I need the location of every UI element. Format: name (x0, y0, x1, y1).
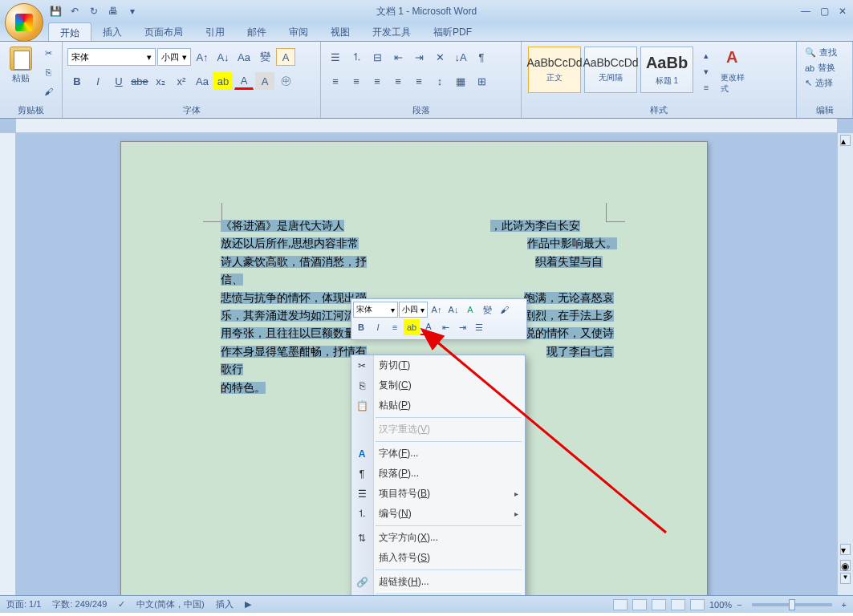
mini-highlight-button[interactable]: ab (404, 319, 420, 335)
line-spacing-button[interactable]: ↕ (430, 72, 449, 90)
zoom-in-icon[interactable]: + (842, 600, 847, 610)
tab-mailings[interactable]: 邮件 (236, 22, 278, 41)
horizontal-ruler[interactable] (16, 119, 837, 133)
mini-align-button[interactable]: ≡ (387, 319, 403, 335)
mini-shrink-font-icon[interactable]: A↓ (445, 302, 461, 318)
prev-page-icon[interactable]: ◉ (840, 560, 851, 571)
tab-developer[interactable]: 开发工具 (361, 22, 422, 41)
superscript-button[interactable]: x² (172, 72, 191, 90)
mini-bullets-button[interactable]: ☰ (471, 319, 487, 335)
select-button[interactable]: ↖选择 (802, 75, 847, 91)
styles-expand-icon[interactable]: ≡ (698, 79, 714, 95)
zoom-out-icon[interactable]: − (737, 600, 741, 610)
status-proofing[interactable]: ✓ (118, 599, 125, 610)
increase-indent-button[interactable]: ⇥ (409, 48, 429, 66)
close-button[interactable]: ✕ (839, 6, 847, 17)
web-layout-view-icon[interactable] (652, 599, 666, 610)
ctx-numbering[interactable]: ⒈ 编号(N) ▸ (351, 504, 525, 524)
find-button[interactable]: 🔍查找 (802, 45, 847, 60)
mini-font-color-button[interactable]: A (420, 319, 437, 335)
multilevel-button[interactable]: ⊟ (368, 48, 387, 66)
ctx-paragraph[interactable]: ¶ 段落(P)... (351, 464, 525, 484)
enclosed-char-button[interactable]: ㊥ (276, 72, 295, 90)
bold-button[interactable]: B (67, 72, 87, 90)
mini-font-family[interactable]: 宋体▾ (353, 302, 398, 318)
justify-button[interactable]: ≡ (388, 72, 408, 90)
print-icon[interactable]: 🖶 (106, 4, 120, 18)
ctx-paste[interactable]: 📋 粘贴(P) (351, 395, 525, 415)
ctx-hyperlink[interactable]: 🔗 超链接(H)... (351, 572, 525, 592)
status-language[interactable]: 中文(简体，中国) (136, 598, 204, 610)
save-icon[interactable]: 💾 (48, 4, 63, 18)
styles-scroll-down-icon[interactable]: ▾ (698, 63, 714, 79)
copy-icon[interactable]: ⎘ (40, 64, 56, 80)
undo-icon[interactable]: ↶ (67, 4, 82, 18)
asian-layout-button[interactable]: ✕ (430, 48, 449, 66)
draft-view-icon[interactable] (690, 599, 705, 610)
char-shading-button[interactable]: A (255, 72, 274, 90)
tab-foxit-pdf[interactable]: 福昕PDF (422, 22, 483, 41)
ctx-symbol[interactable]: 插入符号(S) (351, 548, 525, 568)
mini-phonetic-icon[interactable]: 變 (479, 302, 495, 318)
replace-button[interactable]: ab替换 (802, 60, 847, 75)
mini-italic-button[interactable]: I (370, 319, 386, 335)
format-painter-icon[interactable]: 🖌 (40, 83, 56, 99)
change-case-button[interactable]: Aa (193, 72, 212, 90)
align-center-button[interactable]: ≡ (347, 72, 366, 90)
zoom-level[interactable]: 100% (709, 600, 732, 610)
highlight-button[interactable]: ab (213, 72, 233, 90)
mini-format-painter-icon[interactable]: 🖌 (496, 302, 512, 318)
tab-insert[interactable]: 插入 (91, 22, 133, 41)
status-words[interactable]: 字数: 249/249 (52, 598, 107, 610)
ctx-font[interactable]: A 字体(F)... (351, 444, 525, 464)
ctx-cut[interactable]: ✂ 剪切(T) (351, 355, 525, 375)
style-heading1[interactable]: AaBb 标题 1 (640, 47, 693, 93)
print-layout-view-icon[interactable] (613, 599, 628, 610)
ctx-copy[interactable]: ⎘ 复制(C) (351, 375, 525, 395)
zoom-thumb[interactable] (789, 599, 795, 610)
phonetic-icon[interactable]: 變 (255, 48, 274, 66)
full-screen-view-icon[interactable] (632, 599, 647, 610)
clear-format-icon[interactable]: Aa (234, 48, 254, 66)
mini-indent-inc-button[interactable]: ⇥ (454, 319, 470, 335)
scroll-down-icon[interactable]: ▾ (840, 544, 851, 555)
style-nospacing[interactable]: AaBbCcDd 无间隔 (584, 47, 637, 93)
bullets-button[interactable]: ☰ (326, 48, 345, 66)
next-page-icon[interactable]: ▼ (840, 573, 851, 584)
strikethrough-button[interactable]: abe (130, 72, 149, 90)
ctx-text-direction[interactable]: ⇅ 文字方向(X)... (351, 528, 525, 548)
cut-icon[interactable]: ✂ (40, 45, 56, 61)
decrease-indent-button[interactable]: ⇤ (388, 48, 408, 66)
tab-page-layout[interactable]: 页面布局 (133, 22, 194, 41)
mini-change-case-icon[interactable]: A (462, 302, 478, 318)
show-marks-button[interactable]: ¶ (472, 48, 491, 66)
vertical-ruler[interactable] (0, 133, 16, 595)
change-styles-button[interactable]: A 更改样式 (717, 45, 754, 98)
shrink-font-icon[interactable]: A↓ (213, 48, 233, 66)
tab-review[interactable]: 审阅 (278, 22, 319, 41)
italic-button[interactable]: I (88, 72, 108, 90)
sort-button[interactable]: ↓A (451, 48, 470, 66)
mini-font-size[interactable]: 小四▾ (399, 302, 428, 318)
status-page[interactable]: 页面: 1/1 (6, 598, 41, 610)
mini-indent-dec-button[interactable]: ⇤ (437, 319, 453, 335)
paste-button[interactable]: 粘贴 (5, 45, 37, 99)
maximize-button[interactable]: ▢ (820, 6, 829, 17)
subscript-button[interactable]: x₂ (151, 72, 170, 90)
font-size-select[interactable]: 小四▾ (157, 48, 191, 66)
numbering-button[interactable]: ⒈ (347, 48, 366, 66)
font-family-select[interactable]: 宋体▾ (67, 48, 156, 66)
distribute-button[interactable]: ≡ (409, 72, 429, 90)
font-color-button[interactable]: A (234, 72, 254, 90)
style-normal[interactable]: AaBbCcDd 正文 (528, 47, 581, 93)
mini-grow-font-icon[interactable]: A↑ (429, 302, 445, 318)
qat-more-icon[interactable]: ▾ (125, 4, 140, 18)
office-button[interactable] (5, 3, 43, 42)
tab-references[interactable]: 引用 (194, 22, 236, 41)
zoom-slider[interactable] (752, 603, 832, 606)
mini-bold-button[interactable]: B (353, 319, 369, 335)
scroll-up-icon[interactable]: ▴ (840, 135, 851, 146)
char-border-icon[interactable]: A (276, 48, 295, 66)
align-right-button[interactable]: ≡ (368, 72, 387, 90)
outline-view-icon[interactable] (671, 599, 685, 610)
